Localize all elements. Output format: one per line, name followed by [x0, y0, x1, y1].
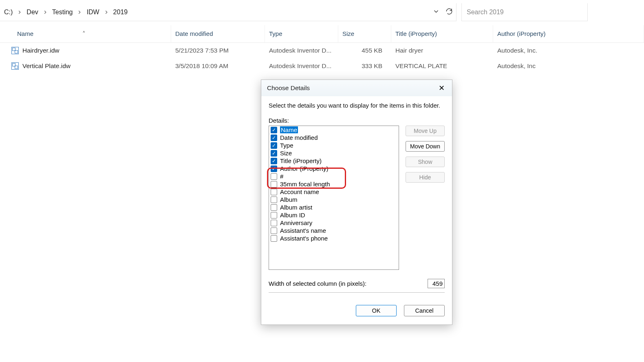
- detail-item-label: Anniversary: [280, 219, 312, 226]
- detail-item-label: Name: [280, 126, 298, 133]
- detail-item[interactable]: Assistant's phone: [269, 234, 399, 242]
- detail-item[interactable]: ✓Date modified: [269, 134, 399, 141]
- header-type[interactable]: Type: [265, 25, 338, 42]
- divider: [269, 292, 445, 293]
- file-title: Hair dryer: [391, 43, 493, 58]
- address-bar[interactable]: C:) Dev Testing IDW 2019: [0, 3, 457, 21]
- checkbox[interactable]: [271, 181, 277, 188]
- crumb-idw[interactable]: IDW: [84, 7, 101, 18]
- detail-item-label: Date modified: [280, 134, 318, 141]
- file-author: Autodesk, Inc: [493, 58, 644, 74]
- detail-item-label: Title (iProperty): [280, 157, 322, 164]
- sort-asc-icon: ˄: [82, 30, 86, 37]
- file-name: Vertical Plate.idw: [22, 62, 71, 70]
- checkbox[interactable]: [271, 227, 277, 234]
- idw-file-icon: [11, 62, 19, 70]
- detail-item[interactable]: Album ID: [269, 211, 399, 219]
- cancel-button[interactable]: Cancel: [404, 305, 445, 316]
- crumb-testing[interactable]: Testing: [50, 7, 75, 18]
- detail-item[interactable]: ✓Type: [269, 141, 399, 149]
- move-down-button[interactable]: Move Down: [406, 141, 445, 152]
- detail-item[interactable]: ✓Size: [269, 149, 399, 157]
- file-date: 3/5/2018 10:09 AM: [171, 58, 265, 74]
- crumb-root[interactable]: C:): [2, 7, 15, 18]
- detail-item[interactable]: Album artist: [269, 203, 399, 211]
- detail-item-label: Assistant's name: [280, 227, 326, 234]
- checkbox[interactable]: ✓: [271, 135, 277, 141]
- checkbox[interactable]: [271, 235, 277, 242]
- detail-item-label: Album ID: [280, 212, 305, 219]
- header-name[interactable]: Name˄: [0, 25, 171, 42]
- close-icon[interactable]: ✕: [437, 82, 446, 94]
- file-type: Autodesk Inventor D...: [265, 58, 338, 74]
- table-row[interactable]: Hairdryer.idw 5/21/2023 7:53 PM Autodesk…: [0, 43, 644, 58]
- header-size[interactable]: Size: [338, 25, 391, 42]
- checkbox[interactable]: ✓: [271, 166, 277, 172]
- checkbox[interactable]: ✓: [271, 127, 277, 133]
- dialog-titlebar[interactable]: Choose Details ✕: [261, 80, 452, 96]
- header-title[interactable]: Title (iProperty): [391, 25, 493, 42]
- breadcrumb: C:) Dev Testing IDW 2019: [2, 7, 130, 18]
- detail-item-label: 35mm focal length: [280, 181, 330, 188]
- detail-item-label: Account name: [280, 188, 319, 195]
- detail-item-label: Size: [280, 150, 292, 157]
- idw-file-icon: [11, 47, 19, 54]
- header-date[interactable]: Date modified: [171, 25, 265, 42]
- detail-item[interactable]: ✓Title (iProperty): [269, 157, 399, 165]
- file-size: 455 KB: [338, 43, 391, 58]
- show-button[interactable]: Show: [406, 157, 445, 167]
- history-dropdown-icon[interactable]: [432, 8, 440, 16]
- dialog-instruction: Select the details you want to display f…: [269, 102, 445, 109]
- checkbox[interactable]: ✓: [271, 158, 277, 164]
- detail-item[interactable]: #: [269, 172, 399, 180]
- choose-details-dialog: Choose Details ✕ Select the details you …: [261, 79, 452, 325]
- detail-item-label: Type: [280, 142, 293, 149]
- details-label: Details:: [269, 117, 445, 124]
- file-title: VERTICAL PLATE: [391, 58, 493, 74]
- detail-item[interactable]: Assistant's name: [269, 227, 399, 234]
- detail-item[interactable]: 35mm focal length: [269, 180, 399, 188]
- detail-item-label: Author (iProperty): [280, 165, 328, 172]
- detail-item[interactable]: Anniversary: [269, 219, 399, 227]
- search-input[interactable]: [467, 9, 582, 16]
- detail-item[interactable]: Account name: [269, 188, 399, 196]
- detail-item-label: Assistant's phone: [280, 235, 328, 242]
- search-box[interactable]: [461, 3, 588, 21]
- hide-button[interactable]: Hide: [406, 172, 445, 183]
- detail-item[interactable]: Album: [269, 196, 399, 203]
- crumb-dev[interactable]: Dev: [24, 7, 40, 18]
- header-author[interactable]: Author (iProperty): [493, 25, 644, 42]
- crumb-2019[interactable]: 2019: [111, 7, 130, 18]
- checkbox[interactable]: ✓: [271, 142, 277, 149]
- refresh-icon[interactable]: [446, 8, 453, 16]
- checkbox[interactable]: [271, 220, 277, 226]
- file-type: Autodesk Inventor D...: [265, 43, 338, 58]
- table-row[interactable]: Vertical Plate.idw 3/5/2018 10:09 AM Aut…: [0, 58, 644, 74]
- file-list: Name˄ Date modified Type Size Title (iPr…: [0, 21, 644, 74]
- chevron-right-icon: [16, 9, 23, 15]
- chevron-right-icon: [103, 9, 110, 15]
- detail-item-label: Album artist: [280, 204, 312, 211]
- file-date: 5/21/2023 7:53 PM: [171, 43, 265, 58]
- detail-item-label: Album: [280, 196, 298, 203]
- checkbox[interactable]: ✓: [271, 150, 277, 157]
- checkbox[interactable]: [271, 212, 277, 219]
- file-author: Autodesk, Inc.: [493, 43, 644, 58]
- checkbox[interactable]: [271, 189, 277, 195]
- chevron-right-icon: [76, 9, 83, 15]
- ok-button[interactable]: OK: [356, 305, 397, 316]
- column-width-input[interactable]: [428, 279, 445, 288]
- checkbox[interactable]: [271, 204, 277, 211]
- details-list[interactable]: ✓Name✓Date modified✓Type✓Size✓Title (iPr…: [269, 126, 399, 270]
- detail-item[interactable]: ✓Author (iProperty): [269, 165, 399, 172]
- chevron-right-icon: [42, 9, 49, 15]
- file-size: 333 KB: [338, 58, 391, 74]
- checkbox[interactable]: [271, 173, 277, 180]
- file-name: Hairdryer.idw: [22, 47, 59, 54]
- dialog-title: Choose Details: [267, 84, 310, 92]
- column-headers: Name˄ Date modified Type Size Title (iPr…: [0, 25, 644, 43]
- width-label: Width of selected column (in pixels):: [269, 280, 366, 287]
- detail-item[interactable]: ✓Name: [269, 126, 399, 134]
- move-up-button[interactable]: Move Up: [406, 126, 445, 136]
- checkbox[interactable]: [271, 196, 277, 203]
